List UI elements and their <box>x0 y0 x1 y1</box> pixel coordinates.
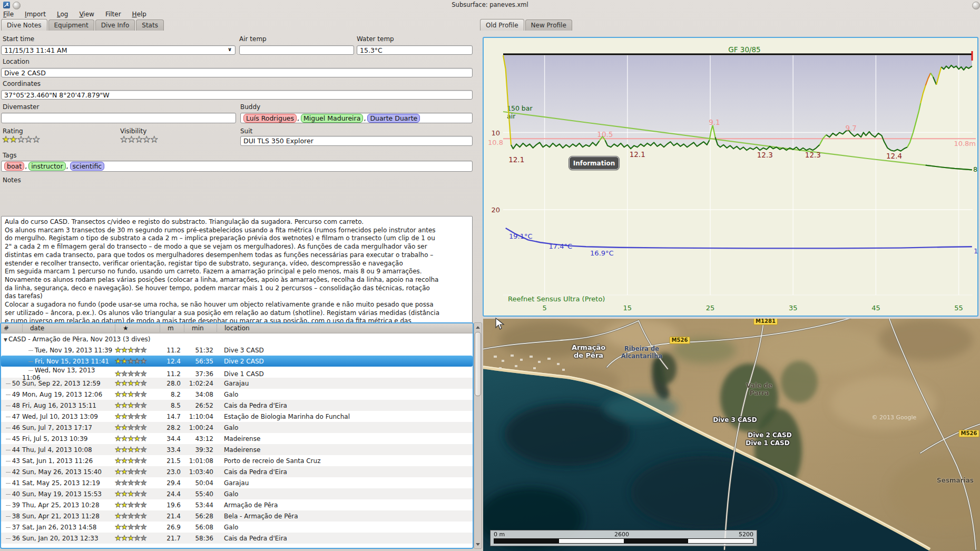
dive-row[interactable]: 48 Fri, Aug 16, 2013 15:11 ★★★★★ 8.5 26:… <box>1 400 473 411</box>
chip-miguel-madureira[interactable]: Miguel Madureira <box>301 114 363 123</box>
tab-equipment[interactable]: Equipment <box>48 19 94 31</box>
tags-input[interactable]: boat,instructor,scientific <box>1 161 473 172</box>
svg-text:20: 20 <box>491 206 500 214</box>
svg-text:16.9°C: 16.9°C <box>590 249 614 257</box>
svg-text:10.8m: 10.8m <box>954 140 976 147</box>
svg-text:15: 15 <box>623 304 632 312</box>
chip-luís-rodrigues[interactable]: Luís Rodrigues <box>243 114 297 123</box>
dive-list-header[interactable]: #date★mminlocation <box>1 323 473 333</box>
star-icon: ★ <box>9 134 17 144</box>
column-header-m[interactable]: m <box>160 324 184 332</box>
column-header-stars[interactable]: ★ <box>115 324 160 332</box>
air-temp-label: Air temp <box>239 35 267 43</box>
menu-help[interactable]: Help <box>132 11 146 18</box>
location-label: Location <box>3 58 30 65</box>
visibility-stars[interactable]: ★★★★★ <box>120 135 158 144</box>
dive-site-map[interactable]: Armação de PêraRibeira de AlcantarilhaVa… <box>483 319 980 551</box>
visibility-label: Visibility <box>120 127 146 135</box>
star-icon: ★ <box>17 134 25 144</box>
road-badge: M526 <box>959 430 979 437</box>
scrollbar-thumb[interactable] <box>475 332 481 396</box>
notes-line: da linha, segurança, deco e navegação). … <box>5 284 469 293</box>
dive-row[interactable]: 49 Mon, Aug 19, 2013 12:06 ★★★★★ 8.2 34:… <box>1 389 473 400</box>
dive-row[interactable]: 46 Sun, Jul 7, 2013 17:17 ★★★★★ 28.2 1:0… <box>1 422 473 433</box>
svg-text:12.4: 12.4 <box>886 152 902 160</box>
dive-row[interactable]: 36 Sun, Jan 20, 2013 12:33 ★★★★★ 21.7 58… <box>1 533 473 544</box>
tab-stats[interactable]: Stats <box>136 19 164 31</box>
menu-filter[interactable]: Filter <box>105 11 121 18</box>
dive-row[interactable]: 45 Fri, Jul 5, 2013 10:39 ★★★★★ 34.4 43:… <box>1 433 473 444</box>
star-icon: ★ <box>120 134 128 144</box>
chip-instructor[interactable]: instructor <box>28 162 65 171</box>
menu-import[interactable]: Import <box>25 11 46 18</box>
tags-label: Tags <box>3 152 17 159</box>
rating-stars[interactable]: ★★★★★ <box>2 135 40 144</box>
dive-list-scrollbar[interactable] <box>474 322 482 549</box>
buddy-input[interactable]: Luís Rodrigues,Miguel Madureira,Duarte D… <box>240 113 473 123</box>
collapse-caret-icon[interactable]: ▼ <box>4 337 7 342</box>
divemaster-input[interactable] <box>1 113 236 123</box>
map-satellite-image <box>483 319 980 551</box>
chip-boat[interactable]: boat <box>4 162 24 171</box>
menu-log[interactable]: Log <box>57 11 68 18</box>
dive-profile-chart[interactable]: 10.810.8m102051525354555150 barair8019.1… <box>483 37 978 317</box>
profile-tab-bar: Old ProfileNew Profile <box>480 19 573 31</box>
chip-scientific[interactable]: scientific <box>70 162 105 171</box>
start-time-combo[interactable]: 11/15/13 11:41 AM∨ <box>1 45 236 55</box>
column-header-min[interactable]: min <box>184 324 217 332</box>
scale-right: 5200 <box>739 531 753 538</box>
dive-row[interactable]: Tue, Nov 19, 2013 11:39 ★★★★★ 11.2 51:32… <box>1 345 473 356</box>
tab-dive-info[interactable]: Dive Info <box>95 19 135 31</box>
buddy-label: Buddy <box>240 103 260 111</box>
svg-text:Reefnet Sensus Ultra (Preto): Reefnet Sensus Ultra (Preto) <box>508 295 605 303</box>
dive-list-table[interactable]: #date★mminlocation ▼ CASD - Armação de P… <box>0 322 474 549</box>
scroll-down-button[interactable] <box>475 540 481 548</box>
star-icon: ★ <box>143 134 150 144</box>
dive-row[interactable]: 39 Thu, Apr 25, 2013 10:28 ★★★★★ 19.6 53… <box>1 499 473 510</box>
dive-row[interactable]: 50 Sun, Sep 22, 2013 12:59 ★★★★★ 28.0 1:… <box>1 378 473 389</box>
svg-text:25: 25 <box>706 304 715 312</box>
svg-text:GF 30/85: GF 30/85 <box>728 45 760 54</box>
menu-file[interactable]: File <box>3 11 14 18</box>
svg-text:12.3: 12.3 <box>757 151 773 159</box>
dive-row[interactable]: 37 Sat, Jan 26, 2013 14:58 ★★★★★ 26.9 56… <box>1 522 473 533</box>
suit-input[interactable]: DUI TLS 350 Explorer <box>240 136 473 146</box>
information-tooltip[interactable]: Information <box>569 156 619 170</box>
air-temp-input[interactable] <box>239 45 354 55</box>
notes-line: distintas em cada transecto, para que to… <box>5 251 469 260</box>
svg-text:12.3: 12.3 <box>805 151 821 159</box>
dive-row[interactable]: 44 Thu, Jul 4, 2013 10:08 ★★★★★ 33.4 39:… <box>1 444 473 455</box>
chip-duarte-duarte[interactable]: Duarte Duarte <box>367 114 420 123</box>
column-header-date[interactable]: date <box>22 324 115 332</box>
location-input[interactable]: Dive 2 CASD <box>1 68 473 77</box>
tab-old-profile[interactable]: Old Profile <box>480 19 524 31</box>
star-icon: ★ <box>2 134 9 144</box>
coordinates-input[interactable]: 37°05'23.460"N 8°20'47.879"W <box>1 90 473 100</box>
dive-row[interactable]: Wed, Nov 13, 2013 11:06 ★★★★★ 11.2 37:36… <box>1 367 473 378</box>
menu-view[interactable]: View <box>79 11 94 18</box>
dive-row[interactable]: 47 Wed, Jul 10, 2013 13:09 ★★★★★ 14.7 1:… <box>1 411 473 422</box>
chevron-down-icon[interactable]: ∨ <box>228 46 232 52</box>
column-header-location[interactable]: location <box>217 324 473 332</box>
water-temp-input[interactable]: 15.3°C <box>357 45 473 55</box>
svg-text:80: 80 <box>973 165 977 173</box>
tab-dive-notes[interactable]: Dive Notes <box>1 19 47 31</box>
dive-row[interactable]: Fri, Nov 15, 2013 11:41 ★★★★★ 12.4 56:35… <box>1 356 473 367</box>
window-button[interactable] <box>972 2 980 9</box>
dive-row[interactable]: 40 Sun, May 19, 2013 15:53 ★★★★★ 24.4 55… <box>1 488 473 499</box>
dive-row[interactable]: 41 Sat, May 25, 2013 12:19 ★★★★★ 29.4 50… <box>1 477 473 488</box>
dive-row[interactable]: 43 Sat, Jun 1, 2013 11:26 ★★★★★ 21.5 1:0… <box>1 455 473 466</box>
dive-notes-form: Start time 11/15/13 11:41 AM∨ Air temp W… <box>0 31 474 321</box>
column-header-num[interactable]: # <box>1 324 22 332</box>
svg-text:19.1°C: 19.1°C <box>509 232 533 240</box>
coordinates-label: Coordinates <box>3 80 41 87</box>
star-icon: ★ <box>135 134 143 144</box>
titlebar[interactable]: Subsurface: paneves.xml <box>0 0 980 9</box>
tab-new-profile[interactable]: New Profile <box>525 19 572 31</box>
scroll-up-button[interactable] <box>475 323 481 331</box>
dive-row[interactable]: 38 Sun, Apr 21, 2013 11:28 ★★★★★ 21.4 56… <box>1 510 473 522</box>
svg-text:10: 10 <box>491 129 500 137</box>
trip-group-row[interactable]: ▼ CASD - Armação de Pêra, Nov 2013 (3 di… <box>1 333 473 345</box>
dive-row[interactable]: 42 Sun, May 26, 2013 15:40 ★★★★★ 23.0 1:… <box>1 466 473 477</box>
star-icon: ★ <box>32 134 40 144</box>
